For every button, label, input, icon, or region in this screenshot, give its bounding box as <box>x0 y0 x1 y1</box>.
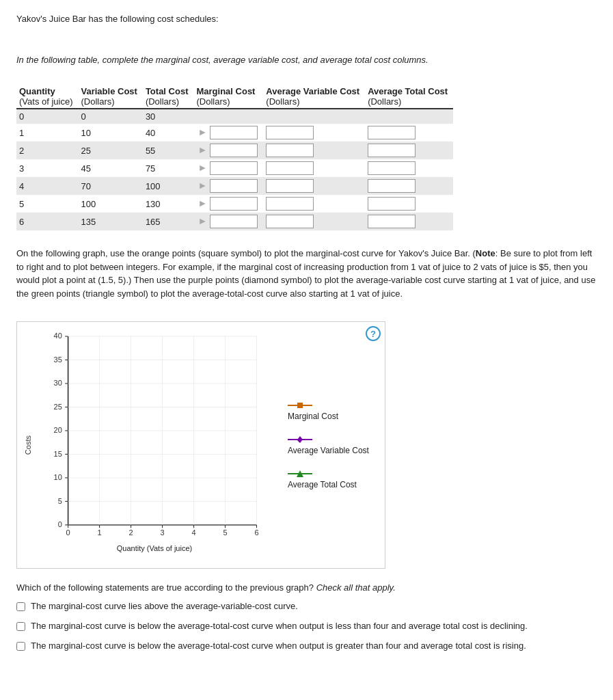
cell-avg-total-cost[interactable] <box>365 177 453 195</box>
svg-text:5: 5 <box>58 497 62 505</box>
svg-text:2: 2 <box>129 528 133 537</box>
cell-marginal-cost[interactable]: ► <box>193 177 263 195</box>
cell-avg-total-cost[interactable] <box>365 124 453 142</box>
cell-variable-cost: 70 <box>79 177 143 195</box>
cell-avg-total-cost[interactable] <box>365 213 453 230</box>
cell-avg-variable-cost[interactable] <box>263 124 365 142</box>
cell-avg-variable-cost[interactable] <box>263 159 365 177</box>
cell-marginal-cost[interactable]: ► <box>193 195 263 213</box>
cell-avg-total-cost[interactable] <box>365 195 453 213</box>
marginal-cost-input[interactable] <box>210 126 258 139</box>
legend-item-avg-total-cost: Average Total Cost <box>288 469 369 489</box>
intro-text: Yakov's Juice Bar has the following cost… <box>16 14 597 24</box>
table-row: 470100► <box>16 177 453 195</box>
cell-avg-variable-cost[interactable] <box>263 177 365 195</box>
avg-total-cost-input[interactable] <box>368 197 416 211</box>
cell-avg-variable-cost[interactable] <box>263 109 365 124</box>
marginal-cost-input[interactable] <box>210 215 258 228</box>
statement-checkbox[interactable] <box>16 622 25 631</box>
cell-quantity: 1 <box>16 124 79 142</box>
cell-marginal-cost[interactable]: ► <box>193 159 263 177</box>
avg-variable-cost-input[interactable] <box>266 179 314 193</box>
legend-label-avg-total-cost: Average Total Cost <box>288 480 357 489</box>
cell-variable-cost: 100 <box>79 195 143 213</box>
statement-checkbox[interactable] <box>16 642 25 651</box>
cell-total-cost: 130 <box>143 195 194 213</box>
cell-total-cost: 75 <box>143 159 194 177</box>
statement-item: The marginal-cost curve lies above the a… <box>16 601 597 611</box>
svg-text:15: 15 <box>54 450 62 458</box>
table-row: 5100130► <box>16 195 453 213</box>
svg-text:5: 5 <box>223 528 227 537</box>
svg-text:30: 30 <box>54 379 62 387</box>
cell-avg-total-cost[interactable] <box>365 159 453 177</box>
avg-total-cost-input[interactable] <box>368 161 416 175</box>
cell-avg-variable-cost[interactable] <box>263 142 365 159</box>
avg-variable-cost-input[interactable] <box>266 126 314 139</box>
legend-label-marginal-cost: Marginal Cost <box>288 412 338 421</box>
arrow-icon: ► <box>196 144 208 155</box>
avg-total-cost-input[interactable] <box>368 215 416 228</box>
cell-marginal-cost[interactable]: ► <box>193 124 263 142</box>
table-row: 34575► <box>16 159 453 177</box>
svg-text:20: 20 <box>54 426 62 434</box>
marginal-cost-input[interactable] <box>210 161 258 175</box>
avg-variable-cost-input[interactable] <box>266 197 314 211</box>
cell-marginal-cost[interactable]: ► <box>193 142 263 159</box>
graph-area: ? Costs 0 5 <box>16 321 385 569</box>
svg-text:1: 1 <box>98 528 102 537</box>
graph-instruction: On the following graph, use the orange p… <box>16 247 597 300</box>
svg-text:40: 40 <box>54 332 62 340</box>
instruction-text: In the following table, complete the mar… <box>16 55 597 65</box>
marginal-cost-input[interactable] <box>210 144 258 157</box>
statement-item: The marginal-cost curve is below the ave… <box>16 641 597 651</box>
table-row: 11040► <box>16 124 453 142</box>
svg-rect-50 <box>297 403 303 408</box>
cell-avg-total-cost[interactable] <box>365 142 453 159</box>
avg-total-cost-input[interactable] <box>368 144 416 157</box>
cell-avg-variable-cost[interactable] <box>263 213 365 230</box>
statement-label: The marginal-cost curve is below the ave… <box>31 641 526 651</box>
cell-marginal-cost[interactable] <box>193 109 263 124</box>
svg-text:4: 4 <box>191 528 195 537</box>
arrow-icon: ► <box>196 180 208 191</box>
cell-total-cost: 100 <box>143 177 194 195</box>
col-header-variable-cost: Variable Cost (Dollars) <box>79 85 143 109</box>
statement-item: The marginal-cost curve is below the ave… <box>16 621 597 631</box>
svg-text:35: 35 <box>54 355 62 364</box>
cell-variable-cost: 135 <box>79 213 143 230</box>
cell-avg-total-cost[interactable] <box>365 109 453 124</box>
cell-marginal-cost[interactable]: ► <box>193 213 263 230</box>
svg-text:0: 0 <box>58 520 62 528</box>
arrow-icon: ► <box>196 198 208 208</box>
legend-item-avg-variable-cost: Average Variable Cost <box>288 435 369 455</box>
statement-checkbox[interactable] <box>16 602 25 611</box>
col-header-quantity: Quantity (Vats of juice) <box>16 85 79 109</box>
statement-label: The marginal-cost curve lies above the a… <box>31 601 298 611</box>
cell-quantity: 3 <box>16 159 79 177</box>
cost-table: Quantity (Vats of juice) Variable Cost (… <box>16 85 453 230</box>
legend-label-avg-variable-cost: Average Variable Cost <box>288 446 369 455</box>
col-header-avg-total-cost: Average Total Cost (Dollars) <box>365 85 453 109</box>
chart-svg: 0 5 10 15 20 <box>35 329 267 548</box>
col-header-marginal-cost: Marginal Cost (Dollars) <box>193 85 263 109</box>
col-header-avg-variable-cost: Average Variable Cost (Dollars) <box>263 85 365 109</box>
avg-variable-cost-input[interactable] <box>266 144 314 157</box>
arrow-icon: ► <box>196 126 208 137</box>
svg-text:3: 3 <box>160 528 164 537</box>
marginal-cost-input[interactable] <box>210 179 258 193</box>
marginal-cost-input[interactable] <box>210 197 258 211</box>
cell-total-cost: 30 <box>143 109 194 124</box>
cell-avg-variable-cost[interactable] <box>263 195 365 213</box>
avg-total-cost-input[interactable] <box>368 126 416 139</box>
avg-variable-cost-input[interactable] <box>266 161 314 175</box>
cell-quantity: 0 <box>16 109 79 124</box>
cell-variable-cost: 10 <box>79 124 143 142</box>
avg-total-cost-input[interactable] <box>368 179 416 193</box>
cell-total-cost: 40 <box>143 124 194 142</box>
legend-area: Marginal Cost Average Variable Cost <box>281 329 369 561</box>
arrow-icon: ► <box>196 162 208 173</box>
question-mark-icon[interactable]: ? <box>366 326 381 341</box>
avg-variable-cost-input[interactable] <box>266 215 314 228</box>
svg-text:25: 25 <box>54 403 62 411</box>
